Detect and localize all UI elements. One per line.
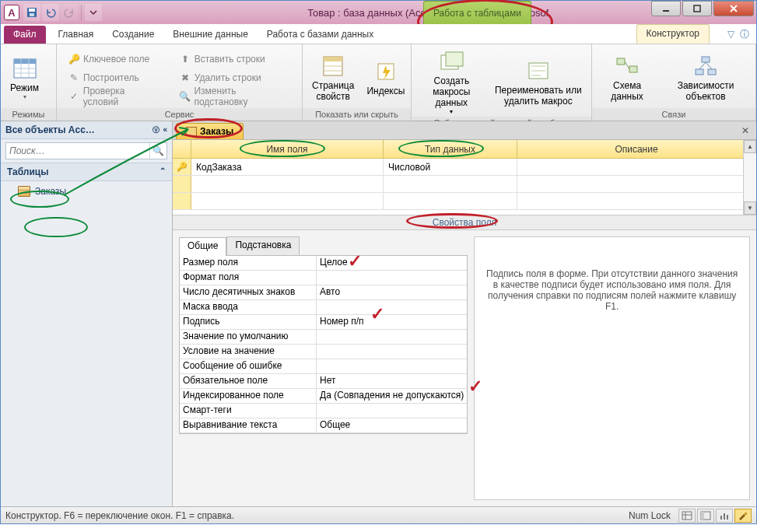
validation-button[interactable]: ✓Проверка условий	[65, 88, 165, 105]
property-row[interactable]: ПодписьНомер п/п	[180, 315, 467, 330]
property-sheet: Общие Подстановка Размер поляЦелоеФормат…	[173, 230, 756, 506]
group-views-label: Режимы	[1, 108, 56, 121]
nav-filter-icon[interactable]: ⓥ«	[152, 125, 167, 135]
property-row[interactable]: Значение по умолчанию	[180, 330, 467, 345]
view-pivotchart-button[interactable]	[716, 509, 733, 523]
svg-rect-25	[696, 69, 703, 75]
property-label: Выравнивание текста	[180, 418, 317, 432]
tab-file[interactable]: Файл	[4, 26, 46, 44]
tab-home[interactable]: Главная	[49, 26, 103, 44]
dependencies-icon	[693, 54, 718, 79]
property-row[interactable]: Условие на значение	[180, 345, 467, 359]
view-datasheet-button[interactable]	[678, 509, 696, 523]
property-label: Смарт-теги	[180, 404, 317, 418]
svg-rect-35	[724, 513, 725, 520]
property-value[interactable]	[317, 300, 467, 314]
tab-design[interactable]: Конструктор	[636, 24, 710, 44]
property-value[interactable]	[317, 271, 467, 285]
maximize-button[interactable]	[682, 1, 712, 16]
ribbon-help-icon[interactable]: ⓘ	[738, 27, 752, 41]
property-row[interactable]: Число десятичных знаковАвто	[180, 285, 467, 300]
svg-rect-14	[324, 57, 342, 61]
property-sheet-button[interactable]: Страница свойств	[307, 52, 359, 103]
relationships-button[interactable]: Схема данных	[597, 52, 657, 103]
datasheet-view-icon	[12, 56, 37, 81]
tab-external[interactable]: Внешние данные	[163, 26, 258, 44]
svg-rect-37	[745, 513, 747, 515]
tab-dbtools[interactable]: Работа с базами данных	[258, 26, 383, 44]
insert-rows-button[interactable]: ⬆Вставить строки	[176, 51, 294, 68]
ribbon-collapse-icon[interactable]: ▽	[727, 29, 734, 40]
property-value[interactable]: Целое	[317, 256, 467, 270]
document-tab-zakazy[interactable]: Заказы	[176, 123, 244, 139]
property-value[interactable]: Нет	[317, 374, 467, 388]
property-value[interactable]	[317, 359, 467, 373]
table-design-grid: Имя поля Тип данных Описание 🔑 КодЗаказа…	[173, 140, 756, 215]
col-field-name[interactable]: Имя поля	[191, 140, 384, 158]
cell-data-type[interactable]: Числовой	[384, 159, 517, 175]
property-row[interactable]: Формат поля	[180, 271, 467, 285]
indexes-button[interactable]: Индексы	[362, 58, 409, 98]
property-value[interactable]	[317, 345, 467, 359]
property-value[interactable]: Авто	[317, 285, 467, 299]
tab-general[interactable]: Общие	[179, 237, 226, 256]
property-value[interactable]	[317, 330, 467, 344]
property-value[interactable]	[317, 404, 467, 418]
property-label: Размер поля	[180, 256, 317, 270]
view-pivottable-button[interactable]	[697, 509, 714, 523]
row-selector[interactable]: 🔑	[173, 159, 191, 175]
status-bar: Конструктор. F6 = переключение окон. F1 …	[1, 506, 756, 523]
delete-rows-button[interactable]: ✖Удалить строки	[176, 69, 294, 86]
svg-rect-26	[708, 69, 716, 75]
cell-field-name[interactable]: КодЗаказа	[191, 159, 384, 175]
view-button[interactable]: Режим ▾	[5, 54, 44, 102]
check-icon: ✓	[68, 90, 80, 103]
modify-lookup-button[interactable]: 🔍Изменить подстановку	[176, 88, 294, 105]
property-row[interactable]: Сообщение об ошибке	[180, 359, 467, 374]
close-button[interactable]	[713, 1, 754, 16]
property-row[interactable]: Маска ввода	[180, 300, 467, 315]
tab-create[interactable]: Создание	[103, 26, 163, 44]
qat-undo-icon[interactable]	[42, 4, 59, 21]
nav-search-input[interactable]	[6, 143, 149, 159]
property-row[interactable]: Смарт-теги	[180, 404, 467, 418]
nav-item-zakazy[interactable]: Заказы	[1, 181, 172, 201]
col-data-type[interactable]: Тип данных	[384, 140, 517, 158]
document-close-button[interactable]: ✕	[739, 124, 752, 137]
ribbon-tabs: Файл Главная Создание Внешние данные Раб…	[1, 24, 756, 44]
rename-delete-macro-button[interactable]: Переименовать или удалить макрос	[490, 57, 587, 108]
property-value[interactable]: Общее	[317, 418, 467, 432]
numlock-indicator: Num Lock	[629, 510, 671, 521]
property-row[interactable]: Индексированное полеДа (Совпадения не до…	[180, 389, 467, 404]
nav-group-tables[interactable]: Таблицы ⌃	[1, 163, 172, 181]
property-value[interactable]: Да (Совпадения не допускаются)	[317, 389, 467, 403]
ribbon: Режим ▾ Режимы 🔑Ключевое поле ✎Построите…	[1, 44, 756, 121]
grid-scrollbar[interactable]: ▲▼	[743, 140, 756, 215]
view-design-button[interactable]	[734, 509, 752, 523]
builder-button[interactable]: ✎Построитель	[65, 69, 165, 86]
property-value[interactable]: Номер п/п	[317, 315, 467, 329]
qat-save-icon[interactable]	[23, 4, 40, 21]
property-row[interactable]: Размер поляЦелое	[180, 256, 467, 271]
row-selector[interactable]	[173, 176, 191, 192]
minimize-button[interactable]	[651, 1, 681, 16]
object-dependencies-button[interactable]: Зависимости объектов	[661, 52, 751, 103]
relationships-icon	[615, 54, 640, 79]
property-row[interactable]: Выравнивание текстаОбщее	[180, 418, 467, 433]
tab-lookup[interactable]: Подстановка	[226, 236, 300, 255]
svg-line-27	[699, 62, 706, 69]
svg-rect-33	[701, 512, 704, 520]
qat-redo-icon[interactable]	[61, 4, 78, 21]
cell-description[interactable]	[517, 159, 756, 175]
row-selector[interactable]	[173, 193, 191, 209]
data-macros-button[interactable]: Создать макросы данных▾	[416, 47, 487, 117]
search-icon[interactable]: 🔍	[149, 143, 166, 159]
nav-pane-header[interactable]: Все объекты Acc… ⓥ«	[1, 121, 172, 139]
col-description[interactable]: Описание	[517, 140, 756, 158]
property-row[interactable]: Обязательное полеНет	[180, 374, 467, 389]
property-label: Значение по умолчанию	[180, 330, 317, 344]
title-bar: A Товар : база данных (Access 2007 - 201…	[1, 1, 756, 24]
qat-customize-icon[interactable]	[85, 4, 102, 21]
lightning-icon	[373, 59, 398, 84]
primary-key-button[interactable]: 🔑Ключевое поле	[65, 51, 165, 68]
